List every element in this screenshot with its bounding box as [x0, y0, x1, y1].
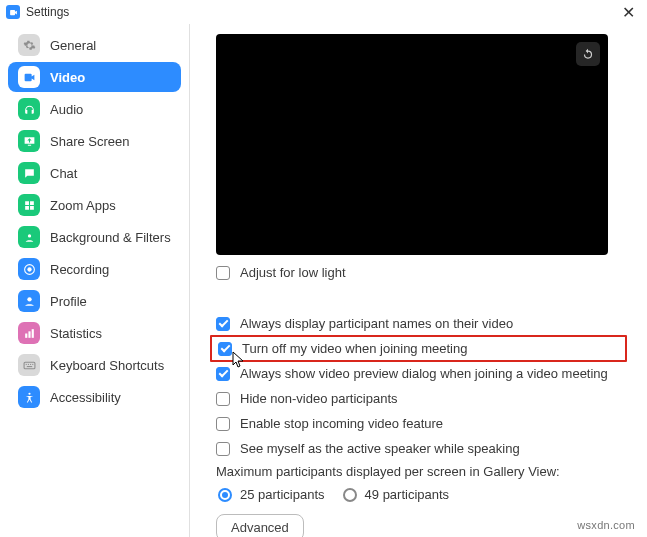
sidebar-item-label: Video	[50, 70, 85, 85]
svg-rect-4	[25, 333, 27, 337]
radio-label: 49 participants	[365, 487, 450, 502]
sidebar-item-label: Profile	[50, 294, 87, 309]
svg-rect-7	[24, 362, 35, 369]
sidebar-item-label: Accessibility	[50, 390, 121, 405]
sidebar-item-label: Keyboard Shortcuts	[50, 358, 164, 373]
option-label: Hide non-video participants	[240, 391, 398, 406]
option-see-myself-active[interactable]: See myself as the active speaker while s…	[216, 441, 621, 456]
option-display-names[interactable]: Always display participant names on thei…	[216, 316, 621, 331]
sidebar-item-label: Background & Filters	[50, 230, 171, 245]
sidebar-item-label: Recording	[50, 262, 109, 277]
advanced-button[interactable]: Advanced	[216, 514, 304, 537]
chat-icon	[18, 162, 40, 184]
keyboard-icon	[18, 354, 40, 376]
window-title: Settings	[26, 5, 69, 19]
sidebar-item-statistics[interactable]: Statistics	[8, 318, 181, 348]
apps-icon	[18, 194, 40, 216]
close-icon[interactable]: ✕	[616, 3, 641, 22]
video-icon	[18, 66, 40, 88]
svg-rect-6	[31, 329, 33, 338]
svg-rect-9	[27, 363, 28, 364]
sidebar-item-background-filters[interactable]: Background & Filters	[8, 222, 181, 252]
option-label: Turn off my video when joining meeting	[242, 341, 467, 356]
radio-49-participants[interactable]: 49 participants	[343, 487, 450, 502]
checkbox-unchecked[interactable]	[216, 266, 230, 280]
option-label: Always display participant names on thei…	[240, 316, 513, 331]
zoom-app-icon	[6, 5, 20, 19]
option-label: Always show video preview dialog when jo…	[240, 366, 608, 381]
option-label: See myself as the active speaker while s…	[240, 441, 520, 456]
option-show-preview[interactable]: Always show video preview dialog when jo…	[216, 366, 621, 381]
checkbox-checked[interactable]	[216, 367, 230, 381]
svg-point-0	[27, 234, 30, 237]
background-icon	[18, 226, 40, 248]
headphones-icon	[18, 98, 40, 120]
checkbox-unchecked[interactable]	[216, 392, 230, 406]
option-adjust-low-light[interactable]: Adjust for low light	[216, 265, 621, 280]
gear-icon	[18, 34, 40, 56]
sidebar-item-keyboard-shortcuts[interactable]: Keyboard Shortcuts	[8, 350, 181, 380]
titlebar: Settings ✕	[0, 0, 647, 24]
radio-checked[interactable]	[218, 488, 232, 502]
highlight-annotation: Turn off my video when joining meeting	[210, 335, 627, 362]
sidebar: General Video Audio Share Screen Chat Zo…	[0, 24, 190, 537]
svg-rect-11	[32, 363, 33, 364]
sidebar-item-general[interactable]: General	[8, 30, 181, 60]
svg-rect-10	[30, 363, 31, 364]
svg-rect-5	[28, 331, 30, 338]
checkbox-unchecked[interactable]	[216, 442, 230, 456]
option-stop-incoming[interactable]: Enable stop incoming video feature	[216, 416, 621, 431]
share-screen-icon	[18, 130, 40, 152]
checkbox-checked[interactable]	[218, 342, 232, 356]
sidebar-item-label: Zoom Apps	[50, 198, 116, 213]
svg-point-13	[28, 392, 30, 394]
video-preview	[216, 34, 608, 255]
radio-unchecked[interactable]	[343, 488, 357, 502]
radio-25-participants[interactable]: 25 participants	[218, 487, 325, 502]
option-hide-nonvideo[interactable]: Hide non-video participants	[216, 391, 621, 406]
accessibility-icon	[18, 386, 40, 408]
radio-label: 25 participants	[240, 487, 325, 502]
sidebar-item-profile[interactable]: Profile	[8, 286, 181, 316]
rotate-camera-icon[interactable]	[576, 42, 600, 66]
statistics-icon	[18, 322, 40, 344]
max-participants-label: Maximum participants displayed per scree…	[216, 464, 621, 479]
sidebar-item-zoom-apps[interactable]: Zoom Apps	[8, 190, 181, 220]
svg-point-3	[27, 297, 31, 301]
checkbox-unchecked[interactable]	[216, 417, 230, 431]
sidebar-item-label: Share Screen	[50, 134, 130, 149]
sidebar-item-label: Chat	[50, 166, 77, 181]
svg-rect-8	[25, 363, 26, 364]
svg-point-2	[27, 267, 31, 271]
sidebar-item-recording[interactable]: Recording	[8, 254, 181, 284]
sidebar-item-label: Audio	[50, 102, 83, 117]
option-label: Enable stop incoming video feature	[240, 416, 443, 431]
video-settings-panel: Adjust for low light Always display part…	[190, 24, 647, 537]
recording-icon	[18, 258, 40, 280]
option-turn-off-video[interactable]: Turn off my video when joining meeting	[218, 341, 619, 356]
sidebar-item-accessibility[interactable]: Accessibility	[8, 382, 181, 412]
sidebar-item-audio[interactable]: Audio	[8, 94, 181, 124]
sidebar-item-chat[interactable]: Chat	[8, 158, 181, 188]
checkbox-checked[interactable]	[216, 317, 230, 331]
option-label: Adjust for low light	[240, 265, 346, 280]
sidebar-item-label: Statistics	[50, 326, 102, 341]
profile-icon	[18, 290, 40, 312]
sidebar-item-label: General	[50, 38, 96, 53]
sidebar-item-video[interactable]: Video	[8, 62, 181, 92]
svg-rect-12	[26, 366, 31, 367]
watermark: wsxdn.com	[577, 519, 635, 531]
sidebar-item-share-screen[interactable]: Share Screen	[8, 126, 181, 156]
